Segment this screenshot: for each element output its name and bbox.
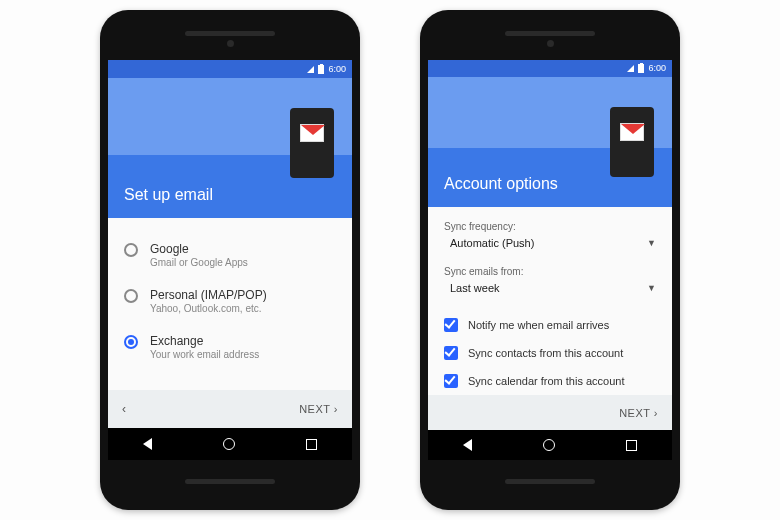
checkbox-icon[interactable] (444, 318, 458, 332)
dropdown-value: Last week (450, 282, 500, 294)
option-title: Personal (IMAP/POP) (150, 288, 267, 302)
sync-from-dropdown[interactable]: Last week ▼ (444, 280, 656, 301)
field-label: Sync frequency: (444, 221, 656, 232)
signal-icon (627, 65, 634, 72)
check-notify[interactable]: Notify me when email arrives (444, 311, 656, 339)
page-title: Set up email (124, 186, 213, 204)
android-navbar (108, 428, 352, 460)
speaker-slot (185, 31, 275, 36)
option-subtitle: Gmail or Google Apps (150, 257, 248, 268)
footer-bar: ‹ NEXT › (108, 390, 352, 428)
back-button[interactable]: ‹ (122, 402, 127, 416)
screen: 6:00 Account options Sync frequency: Aut… (428, 60, 672, 460)
chevron-down-icon: ▼ (647, 238, 656, 248)
dropdown-value: Automatic (Push) (450, 237, 534, 249)
android-navbar (428, 430, 672, 460)
footer-bar: NEXT › (428, 395, 672, 430)
sync-frequency-dropdown[interactable]: Automatic (Push) ▼ (444, 235, 656, 256)
sync-from-field: Sync emails from: Last week ▼ (444, 266, 656, 301)
radio-icon[interactable] (124, 335, 138, 349)
option-subtitle: Your work email address (150, 349, 259, 360)
next-button[interactable]: NEXT › (619, 407, 658, 419)
check-sync-contacts[interactable]: Sync contacts from this account (444, 339, 656, 367)
speaker-slot (505, 479, 595, 484)
phone-illustration (290, 108, 334, 178)
speaker-slot (185, 479, 275, 484)
option-personal[interactable]: Personal (IMAP/POP) Yahoo, Outlook.com, … (124, 278, 336, 324)
field-label: Sync emails from: (444, 266, 656, 277)
nav-home-icon[interactable] (543, 439, 555, 451)
status-time: 6:00 (328, 64, 346, 74)
hero-banner: Account options (428, 77, 672, 207)
phone-account-options: 6:00 Account options Sync frequency: Aut… (420, 10, 680, 510)
radio-icon[interactable] (124, 289, 138, 303)
option-title: Exchange (150, 334, 259, 348)
hero-banner: Set up email (108, 78, 352, 218)
gmail-icon (300, 124, 324, 142)
checkbox-icon[interactable] (444, 374, 458, 388)
sync-frequency-field: Sync frequency: Automatic (Push) ▼ (444, 221, 656, 256)
battery-icon (638, 64, 644, 73)
check-sync-calendar[interactable]: Sync calendar from this account (444, 367, 656, 395)
content-area: Sync frequency: Automatic (Push) ▼ Sync … (428, 207, 672, 395)
bezel-top (108, 18, 352, 60)
nav-recent-icon[interactable] (626, 440, 637, 451)
screen: 6:00 Set up email Google Gmail or Google… (108, 60, 352, 460)
content-area: Google Gmail or Google Apps Personal (IM… (108, 218, 352, 390)
checkbox-icon[interactable] (444, 346, 458, 360)
check-label: Sync calendar from this account (468, 375, 625, 387)
phone-illustration (610, 107, 654, 177)
bezel-bottom (428, 460, 672, 502)
nav-back-icon[interactable] (143, 438, 152, 450)
signal-icon (307, 66, 314, 73)
nav-back-icon[interactable] (463, 439, 472, 451)
option-subtitle: Yahoo, Outlook.com, etc. (150, 303, 267, 314)
next-button[interactable]: NEXT › (299, 403, 338, 415)
option-title: Google (150, 242, 248, 256)
front-camera (227, 40, 234, 47)
status-bar: 6:00 (428, 60, 672, 77)
bezel-top (428, 18, 672, 60)
status-bar: 6:00 (108, 60, 352, 78)
front-camera (547, 40, 554, 47)
bezel-bottom (108, 460, 352, 502)
option-exchange[interactable]: Exchange Your work email address (124, 324, 336, 370)
page-title: Account options (444, 175, 558, 193)
nav-home-icon[interactable] (223, 438, 235, 450)
chevron-down-icon: ▼ (647, 283, 656, 293)
option-google[interactable]: Google Gmail or Google Apps (124, 232, 336, 278)
battery-icon (318, 65, 324, 74)
check-label: Sync contacts from this account (468, 347, 623, 359)
nav-recent-icon[interactable] (306, 439, 317, 450)
phone-setup-email: 6:00 Set up email Google Gmail or Google… (100, 10, 360, 510)
radio-icon[interactable] (124, 243, 138, 257)
speaker-slot (505, 31, 595, 36)
gmail-icon (620, 123, 644, 141)
check-label: Notify me when email arrives (468, 319, 609, 331)
status-time: 6:00 (648, 63, 666, 73)
